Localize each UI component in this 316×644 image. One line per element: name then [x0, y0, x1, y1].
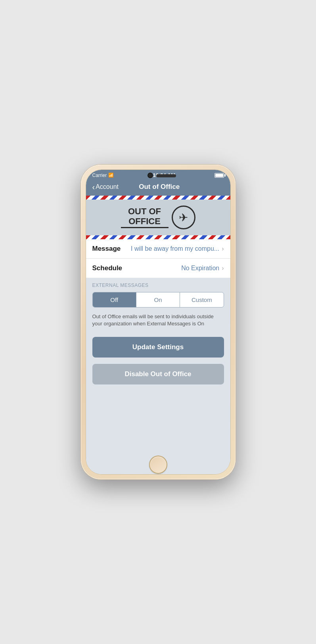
back-button[interactable]: ‹ Account	[92, 183, 119, 191]
settings-group: Message I will be away from my compu... …	[86, 239, 230, 278]
message-row[interactable]: Message I will be away from my compu... …	[86, 239, 230, 259]
camera	[147, 173, 153, 178]
message-label: Message	[92, 245, 121, 253]
schedule-row[interactable]: Schedule No Expiration ›	[86, 259, 230, 278]
stamp-text-block: OUT OF OFFICE	[121, 207, 169, 228]
segment-custom[interactable]: Custom	[180, 292, 223, 307]
message-chevron-icon: ›	[222, 245, 224, 252]
message-text: I will be away from my compu...	[131, 245, 219, 252]
message-value: I will be away from my compu... ›	[131, 245, 224, 252]
airplane-icon: ✈	[179, 211, 188, 224]
banner-content: OUT OF OFFICE ✈	[121, 206, 195, 229]
battery-fill	[215, 174, 223, 177]
schedule-value: No Expiration ›	[181, 265, 224, 272]
stamp-underline	[121, 227, 169, 228]
external-messages-header: EXTERNAL MESSAGES	[86, 278, 230, 290]
nav-bar: ‹ Account Out of Office	[86, 180, 230, 196]
stamp-line2: OFFICE	[121, 217, 169, 226]
stamp-circle: ✈	[172, 206, 195, 229]
wifi-icon: 📶	[108, 173, 114, 178]
stamp-container: OUT OF OFFICE ✈	[121, 206, 195, 229]
back-label: Account	[96, 183, 119, 190]
banner-stripe-bottom	[86, 235, 230, 239]
carrier-label: Carrier	[92, 173, 107, 178]
segment-on[interactable]: On	[136, 292, 180, 307]
bottom-spacer	[86, 388, 230, 396]
stamp-line1: OUT OF	[121, 207, 169, 216]
external-messages-segmented-control: Off On Custom	[92, 292, 224, 308]
status-left: Carrier 📶	[92, 173, 114, 178]
update-settings-button[interactable]: Update Settings	[92, 337, 224, 358]
screen-content: Carrier 📶 10:24 AM ‹ Account Out of Offi…	[86, 170, 230, 474]
segment-off[interactable]: Off	[93, 292, 136, 307]
phone-screen: Carrier 📶 10:24 AM ‹ Account Out of Offi…	[86, 169, 231, 475]
banner-stripe-top	[86, 196, 230, 200]
home-button[interactable]	[149, 456, 167, 474]
schedule-label: Schedule	[92, 264, 123, 272]
phone-device: Carrier 📶 10:24 AM ‹ Account Out of Offi…	[81, 165, 236, 479]
schedule-chevron-icon: ›	[222, 265, 224, 272]
nav-title: Out of Office	[119, 183, 200, 191]
out-of-office-banner: OUT OF OFFICE ✈	[86, 196, 230, 239]
schedule-text: No Expiration	[181, 265, 219, 272]
external-messages-description: Out of Office emails will be sent to ind…	[86, 311, 230, 334]
back-chevron-icon: ‹	[92, 183, 95, 191]
battery-icon	[214, 173, 224, 178]
status-right	[214, 173, 224, 178]
disable-out-of-office-button[interactable]: Disable Out of Office	[92, 364, 224, 384]
speaker	[156, 174, 176, 177]
main-content: OUT OF OFFICE ✈ Mess	[86, 196, 230, 474]
